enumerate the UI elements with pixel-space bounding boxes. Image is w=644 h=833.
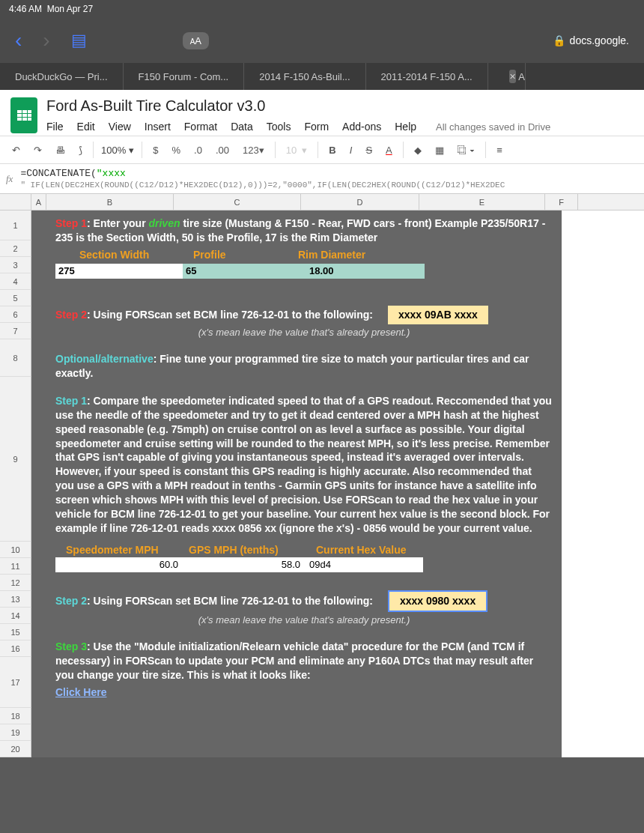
row-4[interactable]: 4 xyxy=(0,273,31,290)
menu-file[interactable]: File xyxy=(46,121,64,133)
formula-bar[interactable]: fx =CONCATENATE("xxxx" IF(LEN(DEC2HEX(RO… xyxy=(0,164,644,194)
input-hex[interactable]: 09d4 xyxy=(305,557,423,572)
row-18[interactable]: 18 xyxy=(0,708,31,724)
redo-button[interactable]: ↷ xyxy=(31,143,45,157)
align-button[interactable]: ≡ xyxy=(493,143,505,157)
col-d[interactable]: D xyxy=(301,194,419,210)
strike-button[interactable]: S xyxy=(362,143,375,157)
col-e[interactable]: E xyxy=(419,194,545,210)
input-rim-diameter[interactable]: 18.00 xyxy=(306,264,425,279)
row-20[interactable]: 20 xyxy=(0,741,31,757)
tire-inputs: 275 65 18.00 xyxy=(55,264,553,279)
bcm-result-2: xxxx 0980 xxxx xyxy=(388,590,487,612)
tab-extra[interactable]: ✕ A xyxy=(488,63,526,90)
input-section-width[interactable]: 275 xyxy=(55,264,183,279)
row-7[interactable]: 7 xyxy=(0,323,31,339)
row-3[interactable]: 3 xyxy=(0,257,31,273)
alt-step1-text: Step 1: Compare the speedometer indicate… xyxy=(55,394,553,536)
row-14[interactable]: 14 xyxy=(0,608,31,624)
note-text-2: (x's mean leave the value that's already… xyxy=(55,614,553,627)
url-bar[interactable]: 🔒 docs.google. xyxy=(252,34,629,46)
decimal-dec-button[interactable]: .0 xyxy=(191,143,205,157)
tab-f150forum[interactable]: F150 Forum - Com... xyxy=(124,63,245,90)
zoom-select[interactable]: 100% ▾ xyxy=(101,145,134,156)
currency-button[interactable]: $ xyxy=(150,143,161,157)
menu-addons[interactable]: Add-ons xyxy=(342,121,381,133)
menu-tools[interactable]: Tools xyxy=(267,121,291,133)
input-gps[interactable]: 58.0 xyxy=(183,557,305,572)
text-color-button[interactable]: A xyxy=(383,143,395,157)
bold-button[interactable]: B xyxy=(326,143,338,157)
row-1[interactable]: 1 xyxy=(0,210,31,240)
row-5[interactable]: 5 xyxy=(0,290,31,306)
browser-nav-bar: ‹ › ▤ AA 🔒 docs.google. xyxy=(0,18,644,63)
click-here-link[interactable]: Click Here xyxy=(55,686,106,698)
label-section-width: Section Width xyxy=(55,248,193,262)
row-16[interactable]: 16 xyxy=(0,640,31,657)
text-size-button[interactable]: AA xyxy=(183,32,209,49)
col-f[interactable]: F xyxy=(545,194,578,210)
menu-edit[interactable]: Edit xyxy=(77,121,95,133)
step2-row: Step 2: Using FORScan set BCM line 726-1… xyxy=(55,306,553,324)
tab-2014-asbuilt[interactable]: 2014 F-150 As-Buil... xyxy=(244,63,365,90)
tire-labels: Section Width Profile Rim Diameter xyxy=(55,248,553,262)
col-a[interactable]: A xyxy=(31,194,46,210)
sheets-toolbar: ↶ ↷ 🖶 ⟆ 100% ▾ $ % .0 .00 123▾ 10 ▾ B I … xyxy=(0,136,644,164)
input-profile[interactable]: 65 xyxy=(183,264,306,279)
sheets-icon[interactable] xyxy=(10,97,37,133)
row-8[interactable]: 8 xyxy=(0,339,31,377)
row-19[interactable]: 19 xyxy=(0,724,31,741)
italic-button[interactable]: I xyxy=(347,143,356,157)
input-speedometer[interactable]: 60.0 xyxy=(55,557,183,572)
row-12[interactable]: 12 xyxy=(0,575,31,591)
percent-button[interactable]: % xyxy=(168,143,183,157)
label-gps: GPS MPH (tenths) xyxy=(189,543,316,557)
row-17[interactable]: 17 xyxy=(0,657,31,708)
merge-button[interactable]: ⿻ ▾ xyxy=(455,143,479,157)
document-title[interactable]: Ford As-Built Tire Calculator v3.0 xyxy=(46,97,550,118)
menu-format[interactable]: Format xyxy=(184,121,217,133)
col-b[interactable]: B xyxy=(46,194,174,210)
close-icon[interactable]: ✕ xyxy=(509,70,516,83)
formula-text[interactable]: =CONCATENATE("xxxx" IF(LEN(DEC2HEX(ROUND… xyxy=(20,168,505,190)
borders-button[interactable]: ▦ xyxy=(432,143,447,157)
fx-icon: fx xyxy=(6,173,13,185)
tab-2011-2014[interactable]: 2011-2014 F-150 A... xyxy=(366,63,488,90)
row-15[interactable]: 15 xyxy=(0,624,31,640)
fill-color-button[interactable]: ◆ xyxy=(411,143,425,157)
bookmarks-icon[interactable]: ▤ xyxy=(71,31,87,50)
row-11[interactable]: 11 xyxy=(0,558,31,575)
save-status: All changes saved in Drive xyxy=(436,121,550,133)
label-hex: Current Hex Value xyxy=(316,543,451,557)
row-6[interactable]: 6 xyxy=(0,306,31,323)
paint-format-button[interactable]: ⟆ xyxy=(76,143,85,157)
print-button[interactable]: 🖶 xyxy=(52,143,68,157)
back-button[interactable]: ‹ xyxy=(15,28,22,52)
col-c[interactable]: C xyxy=(174,194,301,210)
step1-text: Step 1: Enter your driven tire size (Mus… xyxy=(55,216,553,245)
font-size-select[interactable]: 10 ▾ xyxy=(283,143,311,157)
url-text: docs.google. xyxy=(570,34,629,46)
menu-view[interactable]: View xyxy=(109,121,131,133)
menu-data[interactable]: Data xyxy=(231,121,253,133)
select-all-corner[interactable] xyxy=(0,194,31,210)
tab-duckduckgo[interactable]: DuckDuckGo — Pri... xyxy=(0,63,124,90)
label-rim-diameter: Rim Diameter xyxy=(298,248,418,262)
spreadsheet-content[interactable]: Step 1: Enter your driven tire size (Mus… xyxy=(46,210,562,757)
decimal-inc-button[interactable]: .00 xyxy=(213,143,232,157)
row-13[interactable]: 13 xyxy=(0,591,31,608)
row-10[interactable]: 10 xyxy=(0,542,31,558)
menu-help[interactable]: Help xyxy=(395,121,416,133)
alt-step2-row: Step 2: Using FORScan set BCM line 726-1… xyxy=(55,590,553,612)
ios-status-bar: 4:46 AM Mon Apr 27 xyxy=(0,0,644,18)
row-2[interactable]: 2 xyxy=(0,240,31,257)
menu-bar: File Edit View Insert Format Data Tools … xyxy=(46,118,550,136)
speed-labels: Speedometer MPH GPS MPH (tenths) Current… xyxy=(55,543,553,557)
menu-insert[interactable]: Insert xyxy=(145,121,171,133)
forward-button[interactable]: › xyxy=(43,28,49,52)
step3-text: Step 3: Use the "Module initialization/R… xyxy=(55,640,553,682)
more-formats-button[interactable]: 123▾ xyxy=(240,143,267,157)
row-9[interactable]: 9 xyxy=(0,377,31,542)
menu-form[interactable]: Form xyxy=(304,121,329,133)
undo-button[interactable]: ↶ xyxy=(9,143,23,157)
